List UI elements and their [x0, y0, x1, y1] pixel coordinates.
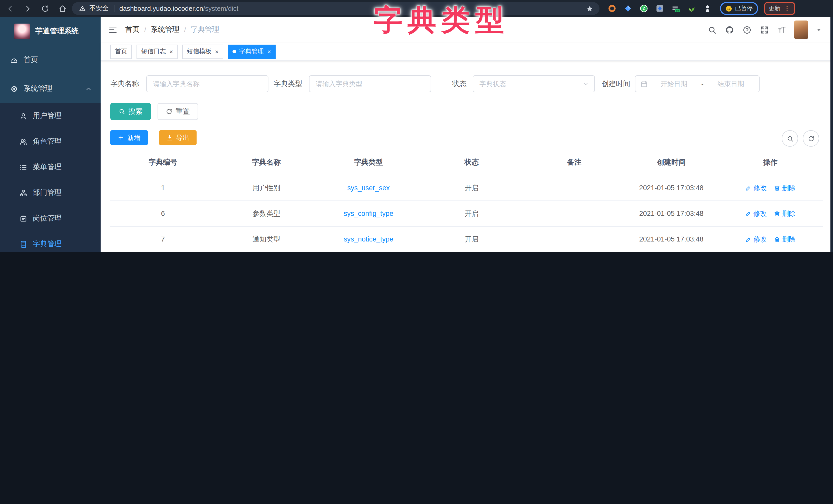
sidebar-item-部门管理[interactable]: 部门管理 — [0, 180, 101, 206]
search-icon — [787, 135, 793, 142]
dict-type-link[interactable]: sys_notice_type — [343, 235, 394, 243]
dict-type-input[interactable] — [309, 75, 431, 92]
pawn-ext-icon[interactable] — [703, 4, 712, 13]
breadcrumb-system[interactable]: 系统管理 — [151, 25, 180, 34]
dict-type-link[interactable]: sys_config_type — [343, 210, 394, 218]
sidebar-item-字典管理[interactable]: 字典管理 — [0, 231, 101, 252]
site-security[interactable]: 不安全 — [72, 4, 114, 13]
back-icon[interactable] — [6, 4, 15, 12]
avatar[interactable] — [794, 21, 808, 39]
export-button[interactable]: 导出 — [159, 130, 196, 145]
pencil-icon — [745, 210, 752, 217]
z-ext-icon[interactable]: Z — [640, 4, 648, 13]
bookmark-star-icon[interactable] — [586, 5, 593, 12]
svg-text:Z: Z — [643, 6, 645, 11]
reset-button-label: 重置 — [175, 107, 190, 116]
download-icon — [166, 134, 173, 141]
close-icon[interactable]: × — [169, 48, 173, 55]
status-select-placeholder: 字典状态 — [479, 79, 582, 89]
browser-menu-icon[interactable] — [783, 5, 790, 12]
caret-down-icon[interactable] — [816, 27, 822, 32]
list-ext-icon[interactable]: on — [671, 4, 680, 13]
delete-button[interactable]: 删除 — [774, 234, 795, 244]
refresh-icon — [808, 135, 814, 142]
emoji-face-icon — [725, 5, 732, 12]
paused-extension-button[interactable]: 已暂停 — [720, 2, 758, 15]
sidebar-item-菜单管理[interactable]: 菜单管理 — [0, 154, 101, 180]
refresh-icon[interactable] — [41, 4, 49, 12]
sidebar-item-系统管理[interactable]: 系统管理 — [0, 74, 101, 103]
tab-字典管理[interactable]: 字典管理× — [228, 44, 276, 59]
sidebar-item-首页[interactable]: 首页 — [0, 46, 101, 74]
close-icon[interactable]: × — [215, 48, 219, 55]
users-icon — [20, 138, 27, 145]
question-icon[interactable] — [743, 25, 752, 34]
show-search-button[interactable] — [782, 130, 798, 147]
tab-短信模板[interactable]: 短信模板× — [182, 44, 223, 59]
delete-button[interactable]: 删除 — [774, 183, 795, 193]
url-separator — [114, 5, 114, 12]
github-icon[interactable] — [725, 25, 734, 34]
tab-首页[interactable]: 首页 — [110, 44, 132, 59]
home-icon[interactable] — [58, 4, 67, 12]
menu-list-icon — [20, 163, 27, 171]
add-button[interactable]: 新增 — [110, 130, 148, 145]
fullscreen-icon[interactable] — [760, 25, 769, 34]
edit-button-label: 修改 — [754, 234, 767, 244]
delete-button[interactable]: 删除 — [774, 209, 795, 218]
sidebar-item-用户管理[interactable]: 用户管理 — [0, 103, 101, 129]
close-icon[interactable]: × — [267, 48, 271, 55]
sidebar-item-角色管理[interactable]: 角色管理 — [0, 129, 101, 154]
extensions-zone: Zon — [608, 4, 712, 13]
column-header-备注: 备注 — [524, 150, 625, 175]
kite-ext-icon[interactable] — [624, 4, 632, 13]
sidebar-item-label: 系统管理 — [24, 84, 52, 93]
range-separator: - — [700, 80, 705, 88]
badge-icon — [20, 215, 27, 222]
edit-button[interactable]: 修改 — [745, 183, 767, 193]
reset-button[interactable]: 重置 — [158, 103, 198, 120]
sprout-ext-icon[interactable] — [687, 4, 696, 13]
watermark-title: 字典类型 — [374, 1, 509, 40]
url-text: dashboard.yudao.iocoder.cn/system/dict — [119, 5, 238, 12]
dict-type-link[interactable]: sys_user_sex — [347, 184, 389, 192]
dict-name-input[interactable] — [146, 75, 268, 92]
plus-icon — [118, 134, 124, 141]
dict-table: 字典编号字典名称字典类型状态备注创建时间操作 1用户性别sys_user_sex… — [110, 150, 823, 252]
sidebar-logo[interactable]: 芋道管理系统 — [0, 17, 101, 46]
table-row: 6参数类型sys_config_type开启2021-01-05 17:03:4… — [110, 201, 823, 226]
pencil-icon — [745, 236, 752, 242]
dict-table-wrap: 字典编号字典名称字典类型状态备注创建时间操作 1用户性别sys_user_sex… — [110, 150, 823, 252]
warning-icon — [79, 5, 86, 12]
svg-text:on: on — [676, 9, 679, 12]
sidebar-toggle-icon[interactable] — [108, 25, 118, 34]
edit-button[interactable]: 修改 — [745, 234, 767, 244]
edit-button[interactable]: 修改 — [745, 209, 767, 218]
dict-book-icon — [20, 240, 27, 248]
cell-dict-name: 参数类型 — [216, 201, 317, 226]
tab-短信日志[interactable]: 短信日志× — [137, 44, 177, 59]
address-bar[interactable]: 不安全 dashboard.yudao.iocoder.cn/system/di… — [72, 2, 599, 15]
font-size-icon[interactable] — [778, 25, 786, 34]
tab-label: 字典管理 — [239, 47, 264, 56]
search-button[interactable]: 搜索 — [110, 103, 151, 120]
blocks-ext-icon[interactable] — [656, 4, 664, 13]
column-header-字典名称: 字典名称 — [216, 150, 317, 175]
delete-button-label: 删除 — [782, 209, 795, 218]
delete-button-label: 删除 — [782, 183, 795, 193]
edit-button-label: 修改 — [754, 209, 767, 218]
search-icon[interactable] — [708, 25, 716, 34]
url-path: /system/dict — [203, 5, 238, 12]
sidebar-item-岗位管理[interactable]: 岗位管理 — [0, 206, 101, 231]
forward-icon[interactable] — [24, 4, 32, 12]
date-range-picker[interactable]: 开始日期 - 结束日期 — [635, 75, 760, 92]
browser-update-button[interactable]: 更新 — [764, 2, 795, 15]
status-select[interactable]: 字典状态 — [473, 75, 595, 92]
target-ext-icon[interactable] — [608, 4, 616, 13]
refresh-icon — [166, 108, 172, 115]
tab-label: 短信模板 — [187, 47, 211, 56]
breadcrumb-home[interactable]: 首页 — [125, 25, 140, 34]
refresh-table-button[interactable] — [803, 130, 819, 147]
breadcrumb-separator: / — [144, 26, 146, 33]
search-button-label: 搜索 — [128, 107, 143, 116]
